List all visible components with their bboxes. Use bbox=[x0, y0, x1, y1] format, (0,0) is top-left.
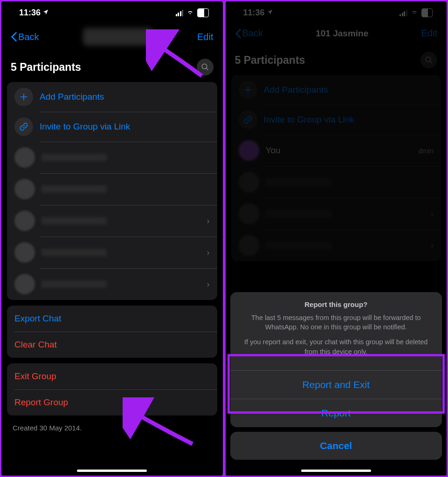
action-sheet: Report this group? The last 5 messages f… bbox=[230, 292, 442, 427]
battery-icon: 60 bbox=[197, 8, 208, 17]
sheet-line2: If you report and exit, your chat with t… bbox=[240, 337, 433, 356]
status-bar: 11:36 60 bbox=[1, 1, 223, 20]
export-chat-label: Export Chat bbox=[14, 313, 61, 324]
participant-row[interactable] bbox=[7, 142, 217, 173]
sheet-title: Report this group? bbox=[240, 300, 433, 308]
action-sheet-overlay[interactable]: Report this group? The last 5 messages f… bbox=[226, 1, 447, 476]
home-indicator[interactable] bbox=[301, 470, 371, 472]
search-icon bbox=[201, 63, 209, 71]
participant-name-redacted bbox=[41, 154, 107, 161]
chevron-right-icon: › bbox=[207, 279, 210, 289]
cellular-icon bbox=[176, 10, 184, 16]
chevron-left-icon bbox=[11, 32, 17, 42]
participant-name-redacted bbox=[41, 249, 107, 256]
participants-header: 5 Participants bbox=[1, 54, 223, 82]
avatar bbox=[14, 211, 35, 231]
sheet-header: Report this group? The last 5 messages f… bbox=[230, 292, 442, 370]
avatar bbox=[14, 242, 35, 263]
created-date: Created 30 May 2014. bbox=[1, 421, 223, 435]
link-icon bbox=[14, 117, 33, 136]
clear-chat-label: Clear Chat bbox=[14, 340, 57, 350]
cancel-button[interactable]: Cancel bbox=[230, 432, 442, 460]
chevron-right-icon: › bbox=[207, 216, 210, 226]
location-icon bbox=[42, 8, 49, 18]
edit-button[interactable]: Edit bbox=[197, 32, 213, 42]
participant-row[interactable]: › bbox=[7, 205, 217, 237]
nav-bar: Back Edit bbox=[1, 20, 223, 54]
participant-name-redacted bbox=[41, 280, 107, 288]
wifi-icon bbox=[186, 8, 194, 18]
plus-icon bbox=[14, 88, 33, 106]
participant-row[interactable]: › bbox=[7, 268, 217, 300]
participants-title: 5 Participants bbox=[11, 61, 81, 74]
export-chat-row[interactable]: Export Chat bbox=[7, 306, 217, 332]
report-group-row[interactable]: Report Group bbox=[7, 389, 217, 416]
sheet-line1: The last 5 messages from this group will… bbox=[240, 313, 433, 332]
chevron-right-icon: › bbox=[207, 248, 210, 258]
group-name-redacted bbox=[83, 28, 153, 46]
report-and-exit-button[interactable]: Report and Exit bbox=[230, 370, 442, 399]
participant-row[interactable] bbox=[7, 173, 217, 205]
invite-link-row[interactable]: Invite to Group via Link bbox=[7, 112, 217, 142]
search-button[interactable] bbox=[197, 59, 214, 75]
invite-link-label: Invite to Group via Link bbox=[40, 122, 130, 132]
participant-name-redacted bbox=[41, 185, 107, 193]
chat-actions-card: Export Chat Clear Chat bbox=[7, 306, 217, 358]
avatar bbox=[14, 147, 35, 168]
phone-right: 11:36 60 Back 101 Jasmine Edit 5 bbox=[226, 1, 447, 476]
add-participants-label: Add Participants bbox=[40, 92, 104, 102]
participant-name-redacted bbox=[41, 217, 107, 225]
add-participants-row[interactable]: Add Participants bbox=[7, 82, 217, 112]
phone-left: 11:36 60 Back Edit 5 Participants bbox=[1, 1, 223, 476]
report-group-label: Report Group bbox=[14, 397, 68, 408]
group-actions-card: Exit Group Report Group bbox=[7, 363, 217, 416]
avatar bbox=[14, 179, 35, 199]
clear-chat-row[interactable]: Clear Chat bbox=[7, 332, 217, 358]
participant-row[interactable]: › bbox=[7, 237, 217, 268]
avatar bbox=[14, 274, 35, 294]
exit-group-row[interactable]: Exit Group bbox=[7, 363, 217, 389]
home-indicator[interactable] bbox=[77, 470, 147, 472]
exit-group-label: Exit Group bbox=[14, 371, 56, 382]
back-label: Back bbox=[18, 32, 39, 42]
participants-card: Add Participants Invite to Group via Lin… bbox=[7, 82, 217, 300]
status-time: 11:36 bbox=[19, 8, 41, 18]
report-button[interactable]: Report bbox=[230, 399, 442, 427]
back-button[interactable]: Back bbox=[11, 32, 39, 42]
